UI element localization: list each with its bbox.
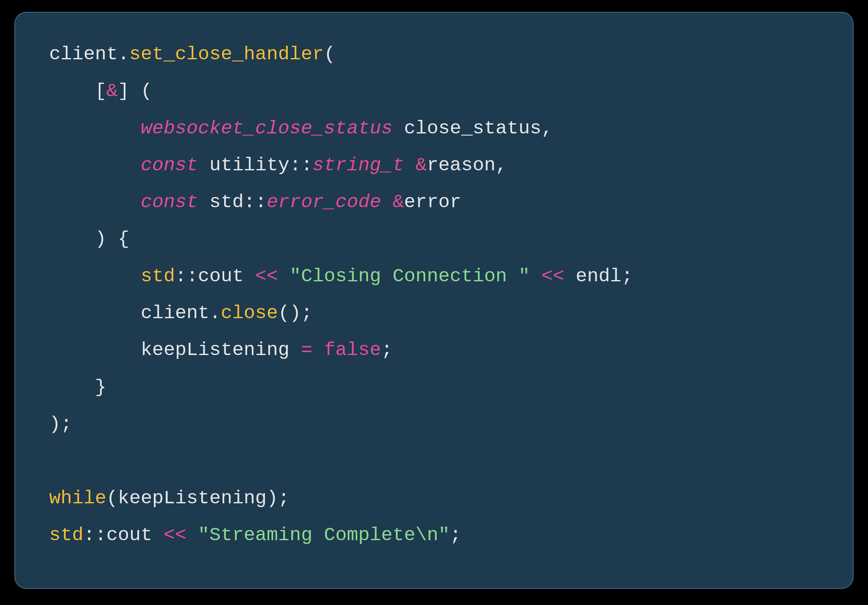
token-paren-open: ( [324,44,335,65]
code-line-4: const utility::string_t &reason, [49,155,507,176]
token-capture-amp: & [106,80,118,102]
token-const: const [141,191,198,213]
token-lhs: keepListening [141,339,301,361]
token-amp: & [415,155,427,176]
code-line-3: websocket_close_status close_status, [49,118,553,139]
token-type: websocket_close_status [141,118,392,139]
space [278,266,289,287]
outer-frame: client.set_close_handler( [&] ( websocke… [0,0,868,605]
token-assign: = [301,339,312,361]
token-scope: :: [83,525,106,546]
token-param: reason [427,155,495,176]
code-line-13: while(keepListening); [49,488,289,509]
code-line-7: std::cout << "Closing Connection " << en… [49,266,633,287]
token-cout: cout [198,266,255,287]
token-method: close [221,302,278,324]
token-while: while [49,488,106,509]
token-object: client [49,44,118,65]
token-const: const [141,155,198,176]
token-comma: , [495,155,507,176]
space [129,80,141,102]
indent [49,80,95,102]
token-paren-open: ( [141,80,152,102]
code-line-1: client.set_close_handler( [49,44,335,65]
indent [49,118,141,139]
token-boolean: false [324,339,381,361]
token-param: error [404,191,461,213]
token-semi: ; [381,339,392,361]
token-bracket: [ [95,80,106,102]
token-semi: ; [450,525,461,546]
space [198,155,209,176]
indent [49,377,95,398]
token-dot: . [118,44,129,65]
token-call: (); [278,302,312,324]
token-stream-op: << [541,266,564,287]
token-namespace: utility [209,155,289,176]
indent [49,228,95,250]
space [198,191,209,213]
space [404,155,415,176]
space [312,339,324,361]
token-scope: :: [244,191,267,213]
code-line-5: const std::error_code &error [49,191,461,213]
space [186,525,198,546]
code-line-11: ); [49,414,72,435]
token-method: set_close_handler [129,44,324,65]
token-stream-op: << [164,525,186,546]
indent [49,191,141,213]
token-string: "Closing Connection " [289,266,530,287]
indent [49,339,141,361]
code-line-14: std::cout << "Streaming Complete\n"; [49,525,461,546]
code-line-2: [&] ( [49,80,152,102]
space [530,266,541,287]
token-dot: . [209,302,221,324]
token-namespace: std [209,191,244,213]
token-paren-close: ); [49,414,72,435]
code-line-9: keepListening = false; [49,339,392,361]
token-endl: endl; [564,266,633,287]
token-object: client [141,302,209,324]
token-string-open: "Streaming Complete [198,525,415,546]
code-panel: client.set_close_handler( [&] ( websocke… [14,12,854,589]
token-amp: & [392,191,404,213]
indent [49,266,141,287]
token-namespace: std [49,525,83,546]
code-line-6: ) { [49,228,129,250]
token-stream-op: << [255,266,278,287]
token-brace: ) { [95,228,129,250]
indent [49,302,141,324]
token-type: error_code [267,191,381,213]
token-scope: :: [289,155,312,176]
token-brace: } [95,377,106,398]
token-type: string_t [312,155,404,176]
token-bracket: ] [118,80,129,102]
token-scope: :: [175,266,198,287]
token-namespace: std [141,266,175,287]
space [381,191,392,213]
token-escape: \n [415,525,438,546]
token-param: close_status, [392,118,553,139]
token-cout: cout [106,525,164,546]
indent [49,155,141,176]
code-line-10: } [49,377,106,398]
code-line-8: client.close(); [49,302,312,324]
token-string-close: " [438,525,450,546]
token-condition: (keepListening); [106,488,289,509]
